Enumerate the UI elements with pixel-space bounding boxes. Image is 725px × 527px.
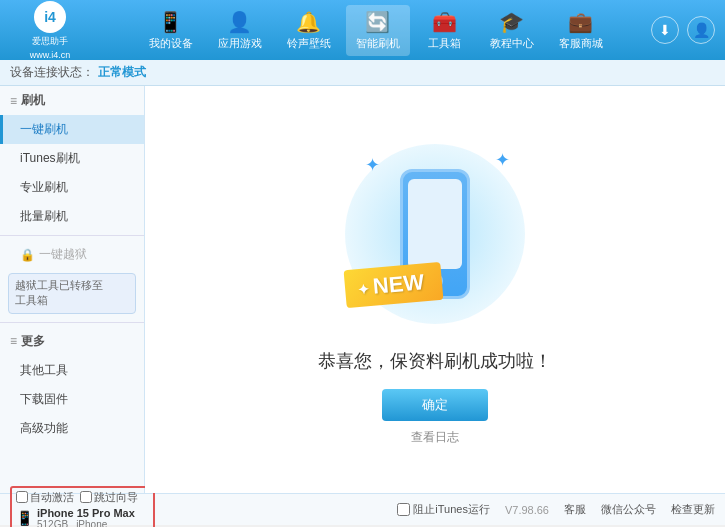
auto-activate-checkbox-item[interactable]: 自动激活 [16, 490, 74, 505]
nav-my-device-label: 我的设备 [149, 36, 193, 51]
ringtones-icon: 🔔 [296, 10, 321, 34]
flash-section-title: ≡ 刷机 [0, 86, 144, 115]
nav-ringtones[interactable]: 🔔 铃声壁纸 [277, 5, 341, 56]
smart-flash-icon: 🔄 [365, 10, 390, 34]
phone-screen [408, 179, 462, 269]
jailbreak-notice: 越狱工具已转移至工具箱 [8, 273, 136, 314]
success-message: 恭喜您，保资料刷机成功啦！ [318, 349, 552, 373]
nav-service-label: 客服商城 [559, 36, 603, 51]
logo-text: 爱思助手 [32, 35, 68, 48]
more-section-icon: ≡ [10, 334, 17, 348]
version-label: V7.98.66 [505, 504, 549, 516]
sidebar-item-download-firmware[interactable]: 下载固件 [0, 385, 144, 414]
nav-toolbox[interactable]: 🧰 工具箱 [415, 5, 475, 56]
stop-itunes-item[interactable]: 阻止iTunes运行 [397, 502, 490, 517]
service-icon: 💼 [568, 10, 593, 34]
main-layout: ≡ 刷机 一键刷机 iTunes刷机 专业刷机 批量刷机 🔒 一键越狱 越狱工具… [0, 86, 725, 493]
wechat-link[interactable]: 微信公众号 [601, 502, 656, 517]
feedback-link[interactable]: 客服 [564, 502, 586, 517]
guide-export-checkbox-item[interactable]: 跳过向导 [80, 490, 138, 505]
bottom-bar: 自动激活 跳过向导 📱 iPhone 15 Pro Max 512GB iPho… [0, 493, 725, 525]
device-storage: 512GB [37, 519, 68, 528]
sparkle-top-left: ✦ [365, 154, 380, 176]
auto-activate-checkbox[interactable] [16, 491, 28, 503]
flash-section-icon: ≡ [10, 94, 17, 108]
nav-tutorials-label: 教程中心 [490, 36, 534, 51]
nav-my-device[interactable]: 📱 我的设备 [139, 5, 203, 56]
nav-tutorials[interactable]: 🎓 教程中心 [480, 5, 544, 56]
bottom-checkboxes: 自动激活 跳过向导 [16, 490, 149, 505]
sidebar-item-one-click-flash[interactable]: 一键刷机 [0, 115, 144, 144]
logo-icon: i4 [34, 1, 66, 33]
logo: i4 爱思助手 www.i4.cn [10, 1, 90, 60]
nav-smart-flash[interactable]: 🔄 智能刷机 [346, 5, 410, 56]
header: i4 爱思助手 www.i4.cn 📱 我的设备 👤 应用游戏 🔔 铃声壁纸 🔄… [0, 0, 725, 60]
nav-apps-games[interactable]: 👤 应用游戏 [208, 5, 272, 56]
bottom-left-panel: 自动激活 跳过向导 📱 iPhone 15 Pro Max 512GB iPho… [10, 486, 155, 528]
main-content: ✦ ✦ ✦ NEW 恭喜您，保资料刷机成功啦！ 确定 查看日志 [145, 86, 725, 493]
sidebar-item-itunes-flash[interactable]: iTunes刷机 [0, 144, 144, 173]
nav-service[interactable]: 💼 客服商城 [549, 5, 613, 56]
sidebar-item-jailbreak-disabled: 🔒 一键越狱 [0, 240, 144, 269]
header-right: ⬇ 👤 [651, 16, 715, 44]
auto-activate-label: 自动激活 [30, 490, 74, 505]
nav-ringtones-label: 铃声壁纸 [287, 36, 331, 51]
device-name: iPhone 15 Pro Max [37, 507, 135, 519]
new-badge: NEW [344, 261, 444, 307]
device-phone-icon: 📱 [16, 510, 33, 526]
my-device-icon: 📱 [158, 10, 183, 34]
download-icon[interactable]: ⬇ [651, 16, 679, 44]
sidebar-divider-1 [0, 235, 144, 236]
sidebar-item-advanced[interactable]: 高级功能 [0, 414, 144, 443]
device-info: 📱 iPhone 15 Pro Max 512GB iPhone [16, 507, 149, 528]
device-type: iPhone [76, 519, 107, 528]
logo-subtitle: www.i4.cn [30, 50, 71, 60]
apps-games-icon: 👤 [227, 10, 252, 34]
sidebar-item-pro-flash[interactable]: 专业刷机 [0, 173, 144, 202]
bottom-right-panel: 阻止iTunes运行 V7.98.66 客服 微信公众号 检查更新 [155, 502, 715, 517]
sidebar-item-batch-flash[interactable]: 批量刷机 [0, 202, 144, 231]
guide-export-label: 跳过向导 [94, 490, 138, 505]
phone-illustration: ✦ ✦ ✦ NEW [335, 134, 535, 334]
nav-apps-games-label: 应用游戏 [218, 36, 262, 51]
device-sub-info: 512GB iPhone [37, 519, 135, 528]
sidebar-divider-2 [0, 322, 144, 323]
user-account-icon[interactable]: 👤 [687, 16, 715, 44]
lock-icon: 🔒 [20, 248, 35, 262]
log-link[interactable]: 查看日志 [411, 429, 459, 446]
confirm-button[interactable]: 确定 [382, 389, 488, 421]
connection-mode: 正常模式 [98, 64, 146, 81]
check-update-link[interactable]: 检查更新 [671, 502, 715, 517]
nav-smart-flash-label: 智能刷机 [356, 36, 400, 51]
sidebar-item-other-tools[interactable]: 其他工具 [0, 356, 144, 385]
more-section-title: ≡ 更多 [0, 327, 144, 356]
main-nav: 📱 我的设备 👤 应用游戏 🔔 铃声壁纸 🔄 智能刷机 🧰 工具箱 🎓 教程中心… [100, 5, 651, 56]
sidebar: ≡ 刷机 一键刷机 iTunes刷机 专业刷机 批量刷机 🔒 一键越狱 越狱工具… [0, 86, 145, 493]
guide-export-checkbox[interactable] [80, 491, 92, 503]
sub-header: 设备连接状态： 正常模式 [0, 60, 725, 86]
toolbox-icon: 🧰 [432, 10, 457, 34]
sparkle-top-right: ✦ [495, 149, 510, 171]
tutorials-icon: 🎓 [499, 10, 524, 34]
connection-prefix: 设备连接状态： [10, 64, 94, 81]
stop-itunes-checkbox[interactable] [397, 503, 410, 516]
nav-toolbox-label: 工具箱 [428, 36, 461, 51]
stop-itunes-label: 阻止iTunes运行 [413, 502, 490, 517]
